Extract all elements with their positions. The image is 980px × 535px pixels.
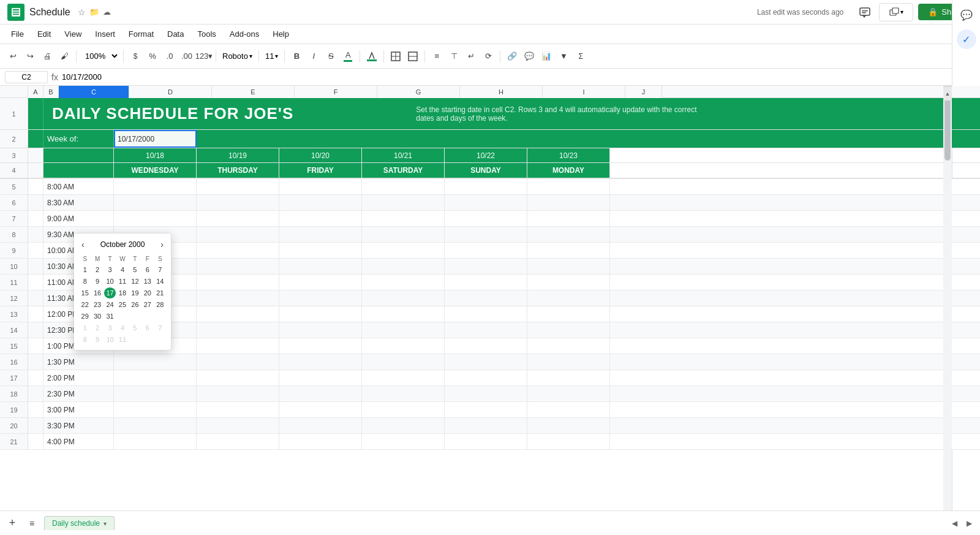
cell-mon-19[interactable] (527, 402, 610, 417)
cell-mon-21[interactable] (527, 434, 610, 449)
formula-input[interactable] (62, 72, 975, 82)
cal-day-cell[interactable]: 3 (104, 264, 116, 275)
cell-fri-14[interactable] (279, 322, 362, 338)
col-header-a[interactable]: A (28, 86, 43, 98)
cell-sat-20[interactable] (362, 418, 445, 433)
cal-day-cell[interactable]: 28 (154, 299, 166, 310)
cell-thu-18[interactable] (197, 386, 279, 401)
cell-wed-21[interactable] (114, 434, 197, 449)
cal-day-cell[interactable]: 5 (129, 264, 141, 275)
col-header-g[interactable]: G (377, 86, 460, 98)
cell-thu-20[interactable] (197, 418, 279, 433)
cell-thu-17[interactable] (197, 370, 279, 385)
col-header-f[interactable]: F (295, 86, 377, 98)
cell-sat-8[interactable] (362, 227, 445, 242)
cal-day-cell[interactable]: 13 (141, 276, 153, 287)
cal-day-cell[interactable]: 9 (91, 276, 103, 287)
cal-day-cell[interactable]: 11 (116, 276, 128, 287)
star-icon[interactable]: ☆ (78, 7, 86, 17)
cell-sun-19[interactable] (445, 402, 527, 417)
cell-wed-17[interactable] (114, 370, 197, 385)
cell-sun-18[interactable] (445, 386, 527, 401)
cal-day-cell[interactable]: 29 (79, 311, 91, 322)
sheet-menu-button[interactable]: ≡ (24, 516, 39, 531)
cell-thu-9[interactable] (197, 243, 279, 258)
menu-view[interactable]: View (58, 27, 88, 41)
text-color-button[interactable]: A (340, 48, 356, 64)
cell-sat-17[interactable] (362, 370, 445, 385)
cal-day-cell[interactable]: 16 (91, 287, 103, 298)
cell-fri-11[interactable] (279, 275, 362, 290)
cell-sat-10[interactable] (362, 259, 445, 274)
cell-mon-17[interactable] (527, 370, 610, 385)
cell-fri-8[interactable] (279, 227, 362, 242)
cal-prev-month[interactable]: ‹ (79, 238, 87, 251)
cal-day-cell-next2[interactable]: 6 (141, 322, 153, 333)
fill-color-button[interactable] (364, 48, 380, 64)
cell-sun-9[interactable] (445, 243, 527, 258)
nav-right-button[interactable]: ▶ (963, 517, 975, 529)
percent-button[interactable]: % (145, 48, 160, 64)
cell-sat-21[interactable] (362, 434, 445, 449)
italic-button[interactable]: I (306, 48, 322, 64)
cell-sat-18[interactable] (362, 386, 445, 401)
col-header-d[interactable]: D (129, 86, 212, 98)
cell-sun-7[interactable] (445, 211, 527, 226)
cal-day-cell[interactable]: 22 (79, 299, 91, 310)
cal-day-cell-next2[interactable]: 11 (116, 334, 128, 345)
cell-thu-16[interactable] (197, 354, 279, 370)
number-format-button[interactable]: 123▾ (196, 48, 212, 64)
cell-fri-21[interactable] (279, 434, 362, 449)
cell-fri-10[interactable] (279, 259, 362, 274)
bold-button[interactable]: B (288, 48, 304, 64)
cloud-icon[interactable]: ☁ (103, 7, 111, 17)
borders-button[interactable] (388, 48, 404, 64)
cell-fri-13[interactable] (279, 306, 362, 322)
cell-sun-16[interactable] (445, 354, 527, 370)
add-sheet-button[interactable]: + (5, 516, 20, 531)
cell-thu-11[interactable] (197, 275, 279, 290)
cell-sun-20[interactable] (445, 418, 527, 433)
folder-icon[interactable]: 📁 (89, 7, 99, 17)
cell-sun-10[interactable] (445, 259, 527, 274)
menu-insert[interactable]: Insert (89, 27, 121, 41)
cell-sat-7[interactable] (362, 211, 445, 226)
v-scrollbar[interactable] (943, 86, 952, 510)
cal-day-cell-next2[interactable]: 9 (91, 334, 103, 345)
cell-mon-8[interactable] (527, 227, 610, 242)
cal-day-cell[interactable]: 18 (116, 287, 128, 298)
cell-mon-11[interactable] (527, 275, 610, 290)
cell-sat-6[interactable] (362, 195, 445, 210)
cell-sun-6[interactable] (445, 195, 527, 210)
menu-format[interactable]: Format (123, 27, 160, 41)
cal-day-cell[interactable]: 23 (91, 299, 103, 310)
cell-thu-5[interactable] (197, 179, 279, 194)
format-painter-button[interactable]: 🖌 (56, 48, 72, 64)
chart-button[interactable]: 📊 (538, 48, 554, 64)
cell-sat-9[interactable] (362, 243, 445, 258)
cell-mon-14[interactable] (527, 322, 610, 338)
chat-panel-btn[interactable]: 💬 (957, 5, 976, 25)
history-button[interactable]: ▾ (879, 3, 913, 21)
cal-day-cell[interactable]: 2 (91, 264, 103, 275)
cell-wed-16[interactable] (114, 354, 197, 370)
cell-mon-7[interactable] (527, 211, 610, 226)
cell-thu-10[interactable] (197, 259, 279, 274)
cell-wed-6[interactable] (114, 195, 197, 210)
cal-day-cell-next2[interactable]: 8 (79, 334, 91, 345)
cell-sat-14[interactable] (362, 322, 445, 338)
cell-sat-5[interactable] (362, 179, 445, 194)
cell-fri-6[interactable] (279, 195, 362, 210)
menu-addons[interactable]: Add-ons (224, 27, 265, 41)
cal-day-cell[interactable]: 1 (79, 264, 91, 275)
cell-fri-20[interactable] (279, 418, 362, 433)
cell-fri-9[interactable] (279, 243, 362, 258)
cal-day-cell[interactable]: 26 (129, 299, 141, 310)
cell-thu-21[interactable] (197, 434, 279, 449)
cal-day-cell[interactable]: 30 (91, 311, 103, 322)
cell-mon-15[interactable] (527, 338, 610, 354)
cell-fri-12[interactable] (279, 290, 362, 306)
cell-thu-8[interactable] (197, 227, 279, 242)
cal-day-cell[interactable]: 17 (104, 287, 116, 298)
cell-sun-17[interactable] (445, 370, 527, 385)
